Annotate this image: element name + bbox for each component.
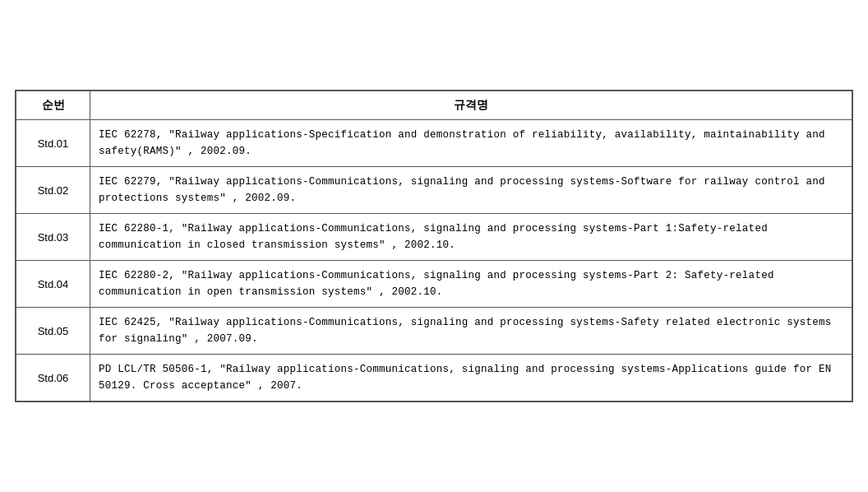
row-id: Std.06 <box>16 355 90 401</box>
row-id: Std.02 <box>16 167 90 214</box>
row-content: IEC 62280-1, "Railway applications-Commu… <box>90 214 852 261</box>
row-id: Std.04 <box>16 261 90 308</box>
table-row: Std.03IEC 62280-1, "Railway applications… <box>16 214 852 261</box>
row-id: Std.01 <box>16 120 90 167</box>
table-row: Std.01IEC 62278, "Railway applications-S… <box>16 120 852 167</box>
row-id: Std.03 <box>16 214 90 261</box>
table-row: Std.04IEC 62280-2, "Railway applications… <box>16 261 852 308</box>
row-content: PD LCL/TR 50506-1, "Railway applications… <box>90 355 852 401</box>
header-col-name: 규격명 <box>90 91 852 120</box>
table-row: Std.06PD LCL/TR 50506-1, "Railway applic… <box>16 355 852 401</box>
row-content: IEC 62278, "Railway applications-Specifi… <box>90 120 852 167</box>
row-content: IEC 62279, "Railway applications-Communi… <box>90 167 852 214</box>
table-row: Std.02IEC 62279, "Railway applications-C… <box>16 167 852 214</box>
row-id: Std.05 <box>16 308 90 355</box>
standards-table: 순번 규격명 Std.01IEC 62278, "Railway applica… <box>15 90 853 402</box>
row-content: IEC 62425, "Railway applications-Communi… <box>90 308 852 355</box>
table-row: Std.05IEC 62425, "Railway applications-C… <box>16 308 852 355</box>
row-content: IEC 62280-2, "Railway applications-Commu… <box>90 261 852 308</box>
header-col-num: 순번 <box>16 91 90 120</box>
